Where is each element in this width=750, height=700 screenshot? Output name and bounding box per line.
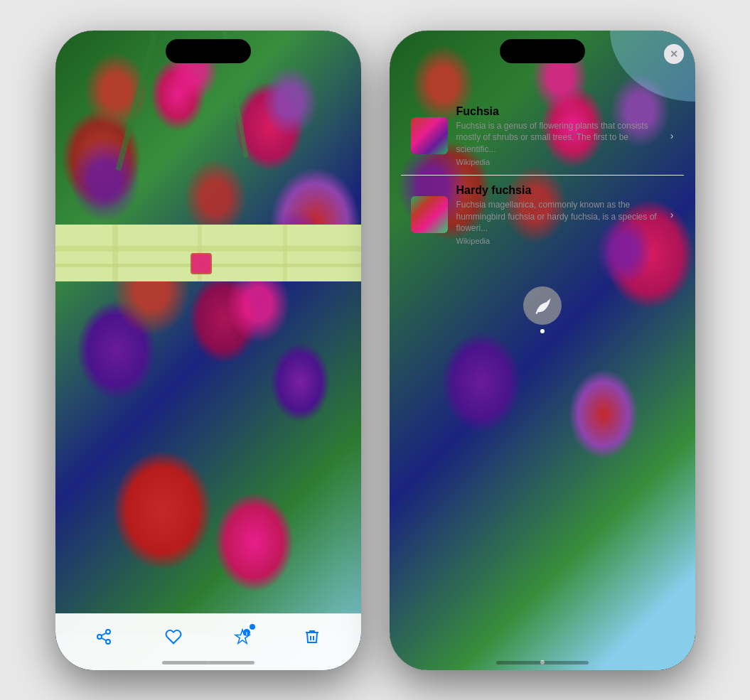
hardy-content: Hardy fuchsia Fuchsia magellanica, commo… bbox=[456, 184, 662, 245]
share-icon bbox=[95, 628, 112, 645]
left-screen: Add a Caption Look Up – Plant › Monday •… bbox=[55, 31, 361, 670]
fuchsia-description: Fuchsia is a genus of flowering plants t… bbox=[456, 120, 662, 156]
results-card: Fuchsia Fuchsia is a genus of flowering … bbox=[401, 97, 684, 254]
hardy-title: Hardy fuchsia bbox=[456, 184, 662, 197]
hardy-description: Fuchsia magellanica, commonly known as t… bbox=[456, 199, 662, 235]
visual-lookup-button[interactable] bbox=[523, 286, 562, 325]
hardy-source: Wikipedia bbox=[456, 237, 662, 245]
svg-rect-7 bbox=[192, 254, 210, 273]
home-indicator bbox=[162, 661, 255, 664]
sparkle-info-icon: i bbox=[234, 628, 251, 645]
map-roads-svg bbox=[55, 225, 361, 281]
result-fuchsia[interactable]: Fuchsia Fuchsia is a genus of flowering … bbox=[401, 97, 684, 176]
delete-button[interactable] bbox=[296, 621, 328, 652]
visual-lookup-icon bbox=[532, 296, 552, 316]
fuchsia-content: Fuchsia Fuchsia is a genus of flowering … bbox=[456, 105, 662, 166]
close-button[interactable]: ✕ bbox=[664, 44, 684, 64]
right-screen: Results ✕ Siri Knowledge Show More Fuchs… bbox=[390, 31, 695, 670]
trash-icon bbox=[304, 628, 321, 645]
flower-3 bbox=[262, 66, 318, 137]
hardy-chevron-icon: › bbox=[670, 209, 674, 220]
flower-4 bbox=[70, 137, 141, 222]
svg-rect-1 bbox=[55, 246, 361, 252]
left-phone: Add a Caption Look Up – Plant › Monday •… bbox=[55, 31, 361, 670]
svg-rect-2 bbox=[112, 225, 118, 281]
favorite-button[interactable] bbox=[158, 621, 189, 652]
hardy-thumbnail bbox=[411, 196, 448, 233]
info-button[interactable]: i bbox=[227, 621, 258, 652]
dynamic-island bbox=[166, 39, 251, 63]
svg-rect-4 bbox=[283, 225, 287, 281]
fuchsia-thumbnail bbox=[411, 117, 448, 154]
lookup-dot bbox=[540, 329, 545, 333]
map-area[interactable] bbox=[55, 225, 361, 281]
svg-text:i: i bbox=[246, 630, 247, 635]
fuchsia-title: Fuchsia bbox=[456, 105, 662, 118]
fuchsia-chevron-icon: › bbox=[670, 130, 674, 141]
info-badge bbox=[248, 623, 257, 631]
close-icon: ✕ bbox=[670, 48, 678, 60]
heart-icon bbox=[165, 628, 182, 645]
fuchsia-thumb-image bbox=[411, 117, 448, 154]
right-phone: Results ✕ Siri Knowledge Show More Fuchs… bbox=[390, 31, 695, 670]
flower-background bbox=[55, 31, 361, 670]
result-hardy-fuchsia[interactable]: Hardy fuchsia Fuchsia magellanica, commo… bbox=[401, 176, 684, 254]
share-button[interactable] bbox=[88, 621, 119, 652]
dynamic-island-right bbox=[500, 39, 585, 63]
fuchsia-source: Wikipedia bbox=[456, 158, 662, 166]
hardy-thumb-image bbox=[411, 196, 448, 233]
right-home-indicator bbox=[496, 661, 589, 664]
